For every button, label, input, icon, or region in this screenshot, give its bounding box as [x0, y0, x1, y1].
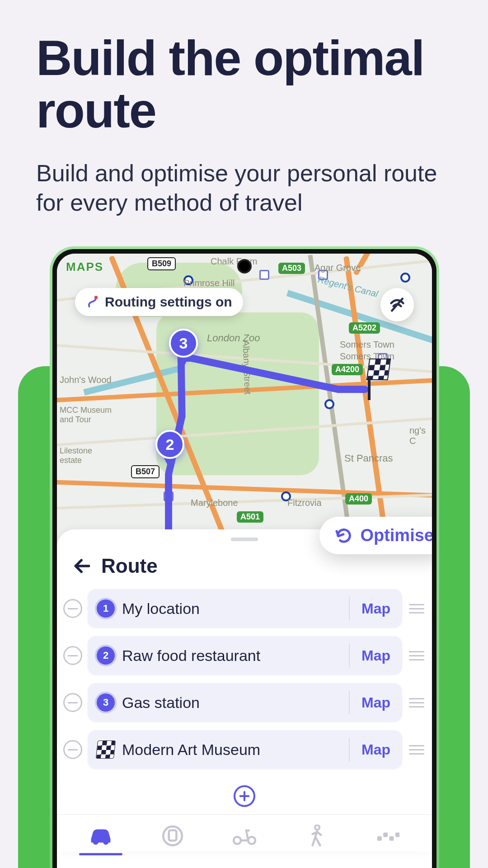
map-label: Fitzrovia: [287, 498, 322, 508]
map-label: St Pancras: [344, 453, 393, 464]
map-waypoint-3[interactable]: 3: [169, 329, 198, 358]
road-shield: A400: [345, 493, 372, 505]
finish-flag-icon: [96, 741, 116, 759]
svg-point-3: [104, 840, 108, 844]
status-app-label: MAPS: [66, 260, 103, 274]
stop-index-badge: 2: [97, 646, 115, 665]
app-screen: Primrose Hill London Zoo John's Wood MCC…: [57, 254, 432, 868]
svg-rect-5: [169, 830, 177, 841]
drag-handle-icon[interactable]: [408, 604, 426, 613]
hero-subtitle: Build and optimise your personal route f…: [36, 159, 452, 217]
svg-rect-9: [377, 837, 381, 840]
plus-icon: [238, 790, 251, 802]
stop-index-badge: 3: [97, 693, 115, 712]
svg-point-6: [234, 837, 241, 844]
remove-stop-button[interactable]: [63, 646, 82, 665]
offline-toggle-button[interactable]: [380, 288, 414, 321]
svg-rect-12: [395, 833, 399, 836]
svg-point-7: [248, 837, 255, 844]
map-label: London Zoo: [207, 332, 260, 344]
wifi-off-icon: [388, 296, 406, 314]
transit-icon: [161, 825, 184, 847]
stop-name: Gas station: [122, 694, 349, 712]
map-label: John's Wood: [60, 375, 112, 385]
road-shield: A4200: [332, 364, 363, 375]
svg-rect-10: [384, 833, 387, 836]
phone-frame: Primrose Hill London Zoo John's Wood MCC…: [50, 246, 439, 868]
svg-point-8: [315, 825, 319, 830]
add-stop-button[interactable]: [234, 785, 255, 807]
stop-name: Raw food restaurant: [122, 647, 349, 665]
mode-walk[interactable]: [295, 820, 338, 852]
remove-stop-button[interactable]: [63, 740, 82, 759]
route-pin-icon: [86, 295, 99, 309]
mode-bike[interactable]: [223, 820, 266, 852]
map-label: Somers Town: [340, 340, 394, 350]
routing-settings-chip[interactable]: Routing settings on: [75, 288, 243, 316]
mode-car[interactable]: [79, 820, 122, 852]
road-shield: B509: [147, 257, 176, 270]
road-shield: A503: [278, 263, 305, 274]
stop-card[interactable]: 3 Gas station Map: [88, 683, 402, 722]
remove-stop-button[interactable]: [63, 693, 82, 712]
map-label: Lilestone estate: [60, 446, 114, 465]
road-shield: B507: [131, 465, 160, 478]
mode-transit[interactable]: [151, 820, 194, 852]
stop-card[interactable]: Modern Art Museum Map: [88, 730, 402, 769]
optimise-button[interactable]: Optimise: [319, 517, 432, 554]
phone-camera: [237, 259, 252, 274]
remove-stop-button[interactable]: [63, 599, 82, 618]
stops-list: 1 My location Map 2 Raw food restaurant …: [57, 589, 432, 769]
back-arrow-icon[interactable]: [72, 556, 92, 576]
stop-card[interactable]: 2 Raw food restaurant Map: [88, 636, 402, 675]
drag-handle-icon[interactable]: [408, 651, 426, 660]
route-sheet: Optimise Route 1 My location: [57, 529, 432, 852]
svg-point-2: [94, 840, 98, 844]
drag-handle-icon[interactable]: [408, 745, 426, 755]
svg-rect-11: [389, 837, 393, 840]
stop-row: Modern Art Museum Map: [63, 730, 426, 769]
car-icon: [89, 826, 113, 845]
road-shield: A5202: [349, 322, 380, 334]
svg-point-0: [94, 296, 98, 299]
stop-index-badge: 1: [97, 599, 115, 618]
stop-row: 2 Raw food restaurant Map: [63, 636, 426, 675]
mode-taxi[interactable]: [366, 820, 410, 852]
map-canvas[interactable]: Primrose Hill London Zoo John's Wood MCC…: [57, 254, 432, 543]
stop-card[interactable]: 1 My location Map: [88, 589, 402, 628]
stop-map-button[interactable]: Map: [349, 644, 402, 667]
map-finish-flag[interactable]: [366, 359, 391, 380]
map-label: Marylebone: [191, 498, 238, 508]
optimise-label: Optimise: [360, 526, 432, 545]
map-label: MCC Museum and Tour: [60, 406, 118, 425]
sheet-title: Route: [101, 555, 158, 577]
scooter-icon: [233, 826, 256, 845]
stop-name: Modern Art Museum: [122, 741, 349, 759]
stop-row: 1 My location Map: [63, 589, 426, 628]
sheet-grabber[interactable]: [231, 538, 258, 541]
taxi-dots-icon: [377, 829, 399, 843]
map-waypoint-2[interactable]: 2: [155, 430, 184, 459]
stop-map-button[interactable]: Map: [349, 691, 402, 714]
road-shield: A501: [237, 511, 263, 523]
map-label: Albany Street: [241, 340, 253, 395]
stop-map-button[interactable]: Map: [349, 738, 402, 761]
stop-row: 3 Gas station Map: [63, 683, 426, 722]
refresh-icon: [335, 527, 353, 545]
map-label: Agar Grove: [314, 263, 361, 273]
map-label: ng's C: [409, 425, 432, 446]
routing-settings-label: Routing settings on: [105, 294, 232, 310]
stop-name: My location: [122, 600, 349, 618]
drag-handle-icon[interactable]: [408, 698, 426, 708]
walk-icon: [308, 825, 324, 847]
stop-map-button[interactable]: Map: [349, 597, 402, 620]
hero-title: Build the optimal route: [36, 32, 452, 136]
travel-modes-tabbar: [57, 814, 432, 852]
map-label: Primrose Hill: [183, 278, 235, 288]
